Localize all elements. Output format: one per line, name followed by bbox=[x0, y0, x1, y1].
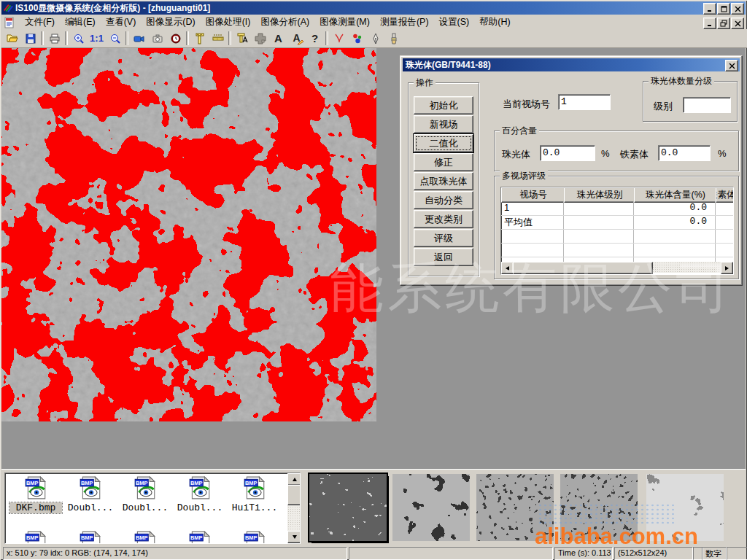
brush-button[interactable] bbox=[384, 30, 403, 47]
initialize-button[interactable]: 初始化 bbox=[414, 96, 473, 114]
file-item[interactable]: BMP bbox=[64, 530, 117, 544]
col-ferrite-header[interactable]: 铁素体含量(%) bbox=[716, 187, 734, 203]
camera-button[interactable] bbox=[148, 30, 166, 47]
document-system-icon[interactable] bbox=[4, 17, 15, 28]
thumbnail-selected[interactable] bbox=[309, 474, 387, 541]
table-cell-grade[interactable] bbox=[564, 201, 632, 215]
text-button[interactable]: A bbox=[269, 30, 287, 47]
micrograph-image[interactable] bbox=[1, 48, 376, 421]
return-button[interactable]: 返回 bbox=[414, 248, 473, 266]
thumbnail[interactable] bbox=[560, 474, 638, 541]
menu-image-process[interactable]: 图像处理(I) bbox=[201, 15, 256, 30]
ruler-button[interactable] bbox=[209, 30, 227, 47]
status-image-size: (512x512x24) bbox=[614, 547, 693, 560]
pick-pearlite-button[interactable]: 点取珠光体 bbox=[414, 172, 473, 190]
scroll-down-button[interactable] bbox=[287, 531, 301, 543]
zoom-in-button[interactable] bbox=[69, 30, 88, 47]
file-name[interactable]: Doubl... bbox=[119, 502, 171, 513]
menu-edit[interactable]: 编辑(E) bbox=[60, 15, 101, 30]
help-button[interactable]: ? bbox=[306, 30, 324, 47]
table-cell-content[interactable]: 0.0 bbox=[634, 215, 710, 229]
bmp-file-icon: BMP bbox=[23, 475, 48, 500]
file-name[interactable]: HuiTi... bbox=[228, 502, 281, 513]
col-grade-header[interactable]: 珠光体级别 bbox=[564, 187, 635, 203]
menu-measure-report[interactable]: 测量报告(P) bbox=[375, 15, 434, 30]
binarize-button[interactable]: 二值化 bbox=[414, 134, 473, 152]
menu-image-measure[interactable]: 图像测量(M) bbox=[314, 15, 375, 30]
file-item[interactable]: BMP bbox=[174, 530, 226, 544]
thumbnail[interactable] bbox=[476, 474, 554, 541]
curve-button[interactable] bbox=[330, 30, 348, 47]
dialog-title-bar[interactable]: 珠光体(GB/T9441-88) bbox=[403, 58, 740, 71]
ruler-icon bbox=[212, 33, 224, 44]
file-name[interactable]: Doubl... bbox=[64, 502, 117, 513]
file-name[interactable]: DKF.bmp bbox=[9, 502, 62, 513]
maximize-button[interactable] bbox=[717, 3, 730, 15]
file-item[interactable]: BMP bbox=[9, 530, 62, 544]
ferrite-percent-input[interactable]: 0.0 bbox=[658, 145, 711, 161]
file-item[interactable]: BMP Doubl... bbox=[119, 475, 171, 513]
menu-help[interactable]: 帮助(H) bbox=[474, 15, 515, 30]
menu-settings[interactable]: 设置(S) bbox=[434, 15, 475, 30]
file-item[interactable]: BMP HuiTi... bbox=[228, 475, 281, 513]
file-item[interactable]: BMP Doubl... bbox=[64, 475, 117, 513]
dialog-close-button[interactable] bbox=[725, 60, 738, 71]
minimize-button[interactable] bbox=[703, 3, 716, 15]
file-name[interactable]: Doubl... bbox=[174, 502, 226, 513]
svg-text:BMP: BMP bbox=[245, 534, 258, 541]
thumbnail-image bbox=[476, 474, 554, 541]
open-button[interactable] bbox=[3, 30, 21, 47]
menu-view[interactable]: 查看(V) bbox=[101, 15, 142, 30]
thumbnail[interactable] bbox=[392, 474, 470, 541]
new-field-button[interactable]: 新视场 bbox=[414, 115, 473, 133]
save-button[interactable] bbox=[21, 30, 39, 47]
pearlite-percent-input[interactable]: 0.0 bbox=[540, 145, 595, 161]
table-cell-view[interactable]: 1 bbox=[501, 201, 562, 215]
measure-text-button[interactable] bbox=[233, 30, 251, 47]
menu-image-analysis[interactable]: 图像分析(A) bbox=[255, 15, 314, 30]
level-input[interactable] bbox=[683, 97, 731, 113]
table-cell-content[interactable]: 0.0 bbox=[634, 201, 710, 215]
grade-button[interactable]: 评级 bbox=[414, 229, 473, 247]
scroll-up-button[interactable] bbox=[287, 473, 301, 486]
menu-file[interactable]: 文件(F) bbox=[20, 15, 60, 30]
hscroll-thumb[interactable] bbox=[513, 262, 653, 274]
pen-button[interactable] bbox=[366, 30, 384, 47]
change-category-button[interactable]: 更改类别 bbox=[414, 210, 473, 228]
annotate-button[interactable]: A bbox=[287, 30, 306, 47]
particles-button[interactable] bbox=[348, 30, 366, 47]
thumbnail-image bbox=[309, 474, 387, 541]
table-cell-grade[interactable] bbox=[564, 215, 632, 229]
zoom-out-button[interactable] bbox=[106, 30, 124, 47]
col-view-header[interactable]: 视场号 bbox=[501, 187, 565, 203]
col-content-header[interactable]: 珠光体含量(%) bbox=[634, 187, 717, 203]
video-camera-button[interactable] bbox=[130, 30, 148, 47]
svg-text:BMP: BMP bbox=[26, 534, 39, 541]
pearlite-unit: % bbox=[601, 148, 610, 159]
current-view-input[interactable]: 1 bbox=[558, 94, 611, 110]
actual-size-button[interactable]: 1:1 bbox=[88, 30, 106, 47]
file-item[interactable]: BMP bbox=[119, 530, 171, 544]
file-item[interactable]: BMP DKF.bmp bbox=[9, 475, 62, 513]
table-cell-view[interactable]: 平均值 bbox=[501, 215, 562, 229]
scroll-right-button[interactable] bbox=[721, 262, 733, 274]
correct-button[interactable]: 修正 bbox=[414, 153, 473, 171]
zoom-out-icon bbox=[109, 33, 121, 44]
bmp-file-icon: BMP bbox=[78, 530, 103, 544]
merge-button[interactable] bbox=[251, 30, 269, 47]
merge-icon bbox=[255, 33, 266, 44]
menu-image-display[interactable]: 图像显示(D) bbox=[141, 15, 200, 30]
close-icon bbox=[735, 6, 741, 12]
child-minimize-button[interactable] bbox=[703, 18, 716, 29]
thumbnail[interactable] bbox=[646, 474, 724, 541]
child-restore-button[interactable] bbox=[717, 18, 730, 29]
file-item[interactable]: BMP Doubl... bbox=[174, 475, 226, 513]
print-button[interactable] bbox=[45, 30, 63, 47]
auto-classify-button[interactable]: 自动分类 bbox=[414, 191, 473, 209]
vscroll-thumb[interactable] bbox=[287, 485, 301, 505]
caliper-button[interactable] bbox=[190, 30, 209, 47]
clock-button[interactable] bbox=[166, 30, 185, 47]
close-button[interactable] bbox=[731, 3, 744, 15]
file-item[interactable]: BMP bbox=[228, 530, 281, 544]
child-close-button[interactable] bbox=[731, 18, 744, 29]
